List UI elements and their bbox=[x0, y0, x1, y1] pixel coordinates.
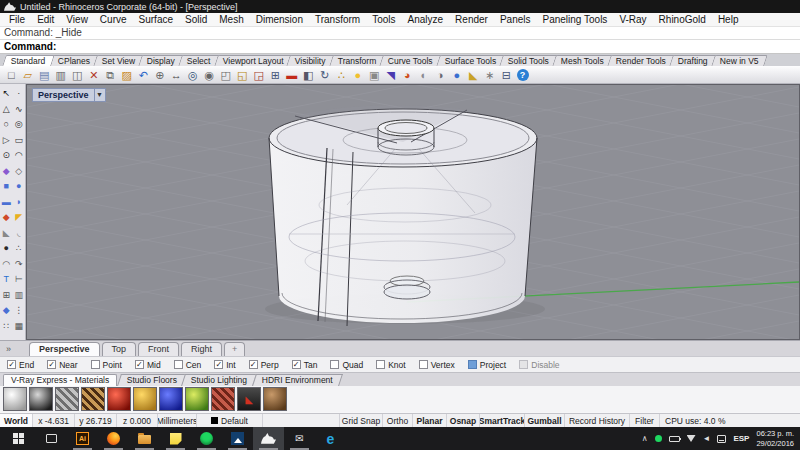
solid-icon[interactable]: ◗ bbox=[13, 196, 26, 210]
battery-icon[interactable] bbox=[669, 436, 680, 442]
taskbar-illustrator[interactable]: Ai bbox=[67, 427, 98, 450]
toolbar-tab-mesh-tools[interactable]: Mesh Tools bbox=[553, 55, 613, 66]
language-indicator[interactable]: ESP bbox=[733, 434, 749, 443]
toggle-smarttrack[interactable]: SmartTrack bbox=[480, 414, 525, 427]
arc-segment-icon[interactable]: ◠ bbox=[13, 149, 26, 163]
array-icon[interactable]: ⋮ bbox=[13, 304, 26, 318]
vray-tab-studio-floors[interactable]: Studio Floors bbox=[117, 374, 187, 386]
taskbar-explorer[interactable] bbox=[129, 427, 160, 450]
osnap-project-checkbox[interactable] bbox=[468, 360, 477, 369]
osnap-mid-checkbox[interactable]: ✓ bbox=[135, 360, 144, 369]
toolbar-tab-select[interactable]: Select bbox=[178, 55, 219, 66]
viewport-tab-front[interactable]: Front bbox=[138, 342, 179, 356]
viewport-tab-top[interactable]: Top bbox=[102, 342, 137, 356]
osnap-perp-checkbox[interactable]: ✓ bbox=[249, 360, 258, 369]
viewport-title-chip[interactable]: Perspective ▼ bbox=[32, 88, 106, 102]
zoom-window-icon[interactable]: ◰ bbox=[218, 67, 235, 83]
toolbar-tab-curve-tools[interactable]: Curve Tools bbox=[380, 55, 442, 66]
panel-layout-icon[interactable]: ⊟ bbox=[498, 67, 515, 83]
menu-item-render[interactable]: Render bbox=[449, 13, 494, 26]
material-white-plastic[interactable] bbox=[3, 387, 27, 411]
zoom-selected-icon[interactable]: ◲ bbox=[251, 67, 268, 83]
help-icon[interactable]: ? bbox=[517, 69, 529, 81]
print-icon[interactable]: ▥ bbox=[53, 67, 70, 83]
ellipse-icon[interactable]: ⊙ bbox=[0, 149, 13, 163]
toolbar-tab-cplanes[interactable]: CPlanes bbox=[49, 55, 99, 66]
cylinder-icon[interactable]: ▬ bbox=[0, 196, 13, 210]
osnap-near-checkbox[interactable]: ✓ bbox=[47, 360, 56, 369]
rotate-view-icon[interactable]: ↻ bbox=[317, 67, 334, 83]
osnap-project[interactable]: Project bbox=[468, 360, 506, 370]
menu-item-file[interactable]: File bbox=[3, 13, 31, 26]
polyline-icon[interactable]: △ bbox=[0, 103, 13, 117]
osnap-near[interactable]: ✓Near bbox=[47, 360, 77, 370]
material-gold[interactable] bbox=[133, 387, 157, 411]
menu-item-tools[interactable]: Tools bbox=[366, 13, 401, 26]
menu-item-rhinogold[interactable]: RhinoGold bbox=[653, 13, 712, 26]
menu-item-paneling-tools[interactable]: Paneling Tools bbox=[537, 13, 614, 26]
block-icon[interactable]: ▦ bbox=[13, 320, 26, 334]
material-wood[interactable] bbox=[81, 387, 105, 411]
menu-item-help[interactable]: Help bbox=[712, 13, 745, 26]
arc-icon[interactable]: ▷ bbox=[0, 134, 13, 148]
curve-tool-icon[interactable]: ◠ bbox=[0, 258, 13, 272]
osnap-dots-icon[interactable]: ∴ bbox=[333, 67, 350, 83]
toolbar-tab-new-in-v5[interactable]: New in V5 bbox=[711, 55, 767, 66]
viewport-canvas[interactable] bbox=[27, 85, 799, 339]
material-blue-gloss[interactable] bbox=[159, 387, 183, 411]
menu-item-surface[interactable]: Surface bbox=[133, 13, 179, 26]
taskbar-clock[interactable]: 06:23 p. m.29/02/2016 bbox=[756, 429, 794, 449]
status-world[interactable]: World bbox=[0, 414, 33, 427]
hatch-icon[interactable]: ▥ bbox=[13, 289, 26, 303]
menu-item-panels[interactable]: Panels bbox=[494, 13, 537, 26]
sphere-icon[interactable]: ● bbox=[13, 180, 26, 194]
taskbar-rhino[interactable] bbox=[253, 427, 284, 450]
vray-tab-v-ray-express-materials[interactable]: V-Ray Express - Materials bbox=[3, 374, 117, 386]
status-millimeters[interactable]: Millimeters bbox=[158, 414, 197, 427]
viewport-title[interactable]: Perspective bbox=[32, 88, 95, 102]
undo-icon[interactable]: ↶ bbox=[135, 67, 152, 83]
material-gray-noise[interactable] bbox=[55, 387, 79, 411]
render-color-wheel-icon[interactable]: ◕ bbox=[399, 67, 416, 83]
osnap-mid[interactable]: ✓Mid bbox=[135, 360, 161, 370]
menu-item-dimension[interactable]: Dimension bbox=[250, 13, 309, 26]
text-icon[interactable]: T bbox=[0, 273, 13, 287]
osnap-vertex-checkbox[interactable] bbox=[419, 360, 428, 369]
box-icon[interactable]: ■ bbox=[0, 180, 13, 194]
toggle-filter[interactable]: Filter bbox=[630, 414, 660, 427]
dimension-icon[interactable]: ⊢ bbox=[13, 273, 26, 287]
vray-tab-hdri-environment[interactable]: HDRI Environment bbox=[252, 374, 343, 386]
shaded-mode-icon[interactable]: ◐ bbox=[416, 67, 433, 83]
model-cylinder-tank[interactable] bbox=[265, 106, 545, 326]
render-region-icon[interactable]: ◧ bbox=[300, 67, 317, 83]
osnap-end-checkbox[interactable]: ✓ bbox=[7, 360, 16, 369]
osnap-vertex[interactable]: Vertex bbox=[419, 360, 455, 370]
taskbar-photos[interactable] bbox=[222, 427, 253, 450]
osnap-int-checkbox[interactable]: ✓ bbox=[214, 360, 223, 369]
dots-grid-icon[interactable]: ∷ bbox=[0, 320, 13, 334]
toolbar-tab-surface-tools[interactable]: Surface Tools bbox=[436, 55, 505, 66]
osnap-perp[interactable]: ✓Perp bbox=[249, 360, 279, 370]
move-icon[interactable]: ↔ bbox=[168, 67, 185, 83]
toggle-ortho[interactable]: Ortho bbox=[383, 414, 413, 427]
mesh-sphere-icon[interactable]: ● bbox=[0, 242, 13, 256]
volume-icon[interactable]: ◄ bbox=[703, 435, 711, 443]
taskbar-sticky-notes[interactable] bbox=[160, 427, 191, 450]
toolbar-tab-set-view[interactable]: Set View bbox=[93, 55, 144, 66]
status-default[interactable]: Default bbox=[197, 414, 263, 427]
mesh-icon[interactable]: ∴ bbox=[13, 242, 26, 256]
osnap-quad[interactable]: Quad bbox=[330, 360, 363, 370]
rendered-mode-icon[interactable]: ● bbox=[449, 67, 466, 83]
pan-icon[interactable]: ⊕ bbox=[152, 67, 169, 83]
vray-tab-studio-lighting[interactable]: Studio Lighting bbox=[181, 374, 257, 386]
osnap-point[interactable]: Point bbox=[91, 360, 122, 370]
menu-item-solid[interactable]: Solid bbox=[179, 13, 213, 26]
material-vray-logo[interactable]: ◣ bbox=[237, 387, 261, 411]
material-brick[interactable] bbox=[211, 387, 235, 411]
viewport-perspective[interactable]: Perspective ▼ bbox=[26, 84, 800, 340]
lightbulb-icon[interactable]: ● bbox=[350, 67, 367, 83]
group-icon[interactable]: ⊞ bbox=[0, 289, 13, 303]
point-icon[interactable]: · bbox=[13, 87, 26, 101]
viewport-tab-perspective[interactable]: Perspective bbox=[29, 342, 100, 356]
osnap-knot[interactable]: Knot bbox=[376, 360, 406, 370]
